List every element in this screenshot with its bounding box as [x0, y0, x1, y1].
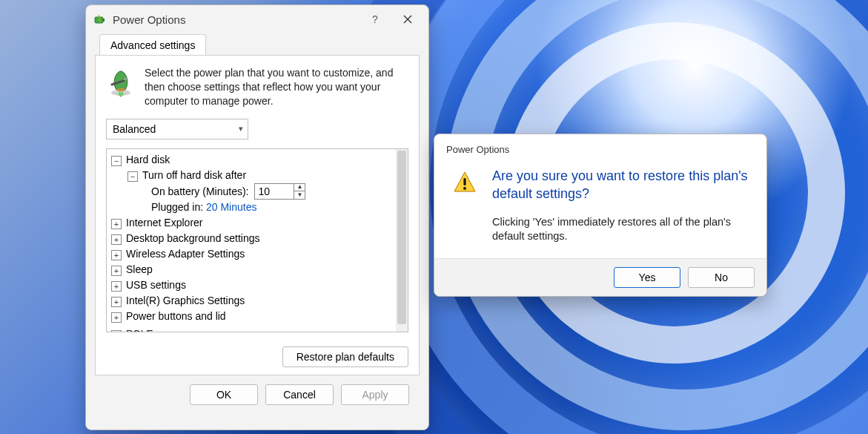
scrollbar-thumb[interactable]: [397, 151, 406, 324]
settings-tree: −Hard disk −Turn off hard disk after On …: [106, 148, 408, 332]
titlebar[interactable]: Power Options ?: [86, 5, 428, 33]
tree-node-sleep[interactable]: +Sleep: [111, 262, 393, 277]
svg-rect-6: [463, 178, 466, 185]
panel-description: Select the power plan that you want to c…: [145, 66, 408, 108]
confirm-heading: Are you sure you want to restore this pl…: [492, 167, 749, 203]
spinner-up-button[interactable]: ▲: [294, 183, 305, 191]
tree-node-wireless-adapter[interactable]: +Wireless Adapter Settings: [111, 246, 393, 262]
expand-icon[interactable]: +: [111, 234, 122, 245]
expand-icon[interactable]: +: [111, 281, 122, 292]
close-button[interactable]: [391, 8, 424, 30]
expand-icon[interactable]: +: [111, 250, 122, 260]
tree-node-turn-off-hard-disk[interactable]: −Turn off hard disk after: [111, 168, 393, 183]
warning-icon: [452, 170, 477, 195]
power-plan-icon: [106, 66, 136, 100]
tree-node-desktop-background[interactable]: +Desktop background settings: [111, 231, 393, 246]
advanced-settings-panel: Select the power plan that you want to c…: [95, 55, 420, 375]
tree-node-plugged-in[interactable]: Plugged in: 20 Minutes: [111, 200, 393, 215]
chevron-down-icon: ▾: [239, 124, 243, 134]
expand-icon[interactable]: +: [111, 266, 122, 276]
confirm-restore-dialog: Power Options Are you sure you want to r…: [434, 134, 767, 297]
power-plan-select[interactable]: Balanced ▾: [106, 119, 248, 139]
tree-node-internet-explorer[interactable]: +Internet Explorer: [111, 215, 393, 231]
help-button[interactable]: ?: [359, 8, 391, 30]
apply-button[interactable]: Apply: [341, 384, 409, 405]
tab-advanced-settings[interactable]: Advanced settings: [99, 34, 206, 56]
svg-text:?: ?: [372, 14, 378, 24]
tree-node-on-battery[interactable]: On battery (Minutes): ▲ ▼: [111, 183, 393, 200]
spinner-down-button[interactable]: ▼: [294, 191, 305, 199]
expand-icon[interactable]: +: [111, 219, 122, 229]
svg-rect-1: [103, 19, 105, 22]
on-battery-minutes-stepper[interactable]: ▲ ▼: [254, 183, 305, 200]
ok-button[interactable]: OK: [190, 384, 258, 405]
tree-node-hard-disk[interactable]: −Hard disk: [111, 152, 393, 168]
expand-icon[interactable]: +: [111, 297, 122, 307]
power-options-dialog: Power Options ? Advanced settings: [85, 4, 429, 430]
tree-node-power-buttons[interactable]: +Power buttons and lid: [111, 309, 393, 324]
cancel-button[interactable]: Cancel: [265, 384, 334, 405]
tree-scrollbar[interactable]: [396, 149, 408, 332]
confirm-title: Power Options: [446, 144, 509, 155]
tree-node-pci-express[interactable]: +PCI Express: [111, 326, 393, 332]
power-plan-selected: Balanced: [113, 123, 156, 135]
window-title: Power Options: [113, 13, 185, 26]
confirm-titlebar[interactable]: Power Options: [434, 134, 766, 161]
collapse-icon[interactable]: −: [127, 171, 138, 182]
confirm-body: Clicking 'Yes' immediately restores all …: [492, 215, 749, 244]
collapse-icon[interactable]: −: [111, 156, 122, 166]
on-battery-minutes-input[interactable]: [255, 185, 294, 198]
tree-node-intel-graphics[interactable]: +Intel(R) Graphics Settings: [111, 293, 393, 309]
yes-button[interactable]: Yes: [614, 267, 680, 288]
expand-icon[interactable]: +: [111, 330, 122, 332]
plugged-in-value-link[interactable]: 20 Minutes: [206, 201, 256, 213]
power-options-icon: [93, 13, 107, 26]
svg-point-7: [463, 187, 466, 190]
no-button[interactable]: No: [688, 267, 755, 288]
expand-icon[interactable]: +: [111, 312, 122, 323]
restore-plan-defaults-button[interactable]: Restore plan defaults: [282, 346, 408, 367]
tree-node-usb[interactable]: +USB settings: [111, 277, 393, 293]
